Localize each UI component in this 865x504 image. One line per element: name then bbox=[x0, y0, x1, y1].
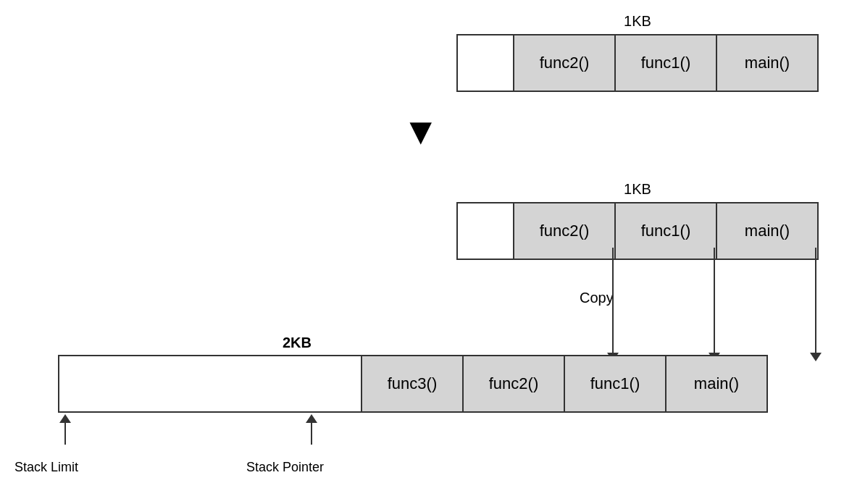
big-down-arrow: ▼ bbox=[402, 112, 439, 150]
mid-stack-container: 1KB func2() func1() main() bbox=[456, 181, 819, 260]
mid-cell-0 bbox=[456, 202, 514, 260]
bot-cell-0 bbox=[58, 355, 261, 413]
copy-arrow-line-main bbox=[815, 248, 816, 353]
top-cell-2: func1() bbox=[616, 34, 717, 92]
stack-pointer-label: Stack Pointer bbox=[246, 460, 324, 475]
copy-arrow-main bbox=[810, 248, 822, 361]
stack-limit-label: Stack Limit bbox=[14, 460, 78, 475]
copy-arrow-func2 bbox=[607, 248, 619, 361]
mid-cell-1: func2() bbox=[514, 202, 616, 260]
bot-stack-row: func3() func2() func1() main() bbox=[58, 355, 768, 413]
top-stack-container: 1KB func2() func1() main() bbox=[456, 13, 819, 92]
top-cell-0 bbox=[456, 34, 514, 92]
stack-limit-line bbox=[64, 423, 66, 445]
stack-limit-arrowhead bbox=[59, 414, 71, 423]
top-cell-1: func2() bbox=[514, 34, 616, 92]
bot-cell-func2: func2() bbox=[464, 355, 565, 413]
mid-stack-row: func2() func1() main() bbox=[456, 202, 819, 260]
stack-pointer-line bbox=[311, 423, 312, 445]
bot-cell-main: main() bbox=[666, 355, 768, 413]
stack-limit-arrow-container bbox=[59, 414, 71, 445]
bot-cell-1 bbox=[261, 355, 362, 413]
bot-cell-func1: func1() bbox=[565, 355, 666, 413]
top-stack-row: func2() func1() main() bbox=[456, 34, 819, 92]
mid-cell-2: func1() bbox=[616, 202, 717, 260]
top-stack-label: 1KB bbox=[456, 13, 819, 30]
mid-cell-3: main() bbox=[717, 202, 819, 260]
diagram: 1KB func2() func1() main() ▼ 1KB func2()… bbox=[0, 0, 865, 504]
copy-arrow-line-func1 bbox=[714, 248, 715, 353]
bot-stack-label: 2KB bbox=[283, 335, 312, 351]
top-cell-3: main() bbox=[717, 34, 819, 92]
stack-pointer-arrowhead bbox=[306, 414, 317, 423]
copy-arrow-func1 bbox=[709, 248, 720, 361]
copy-arrow-line-func2 bbox=[612, 248, 614, 353]
mid-stack-label: 1KB bbox=[456, 181, 819, 198]
copy-arrow-head-main bbox=[810, 353, 822, 361]
bot-stack-container: func3() func2() func1() main() bbox=[58, 355, 768, 413]
stack-pointer-arrow-container bbox=[306, 414, 317, 445]
bot-cell-func3: func3() bbox=[362, 355, 464, 413]
